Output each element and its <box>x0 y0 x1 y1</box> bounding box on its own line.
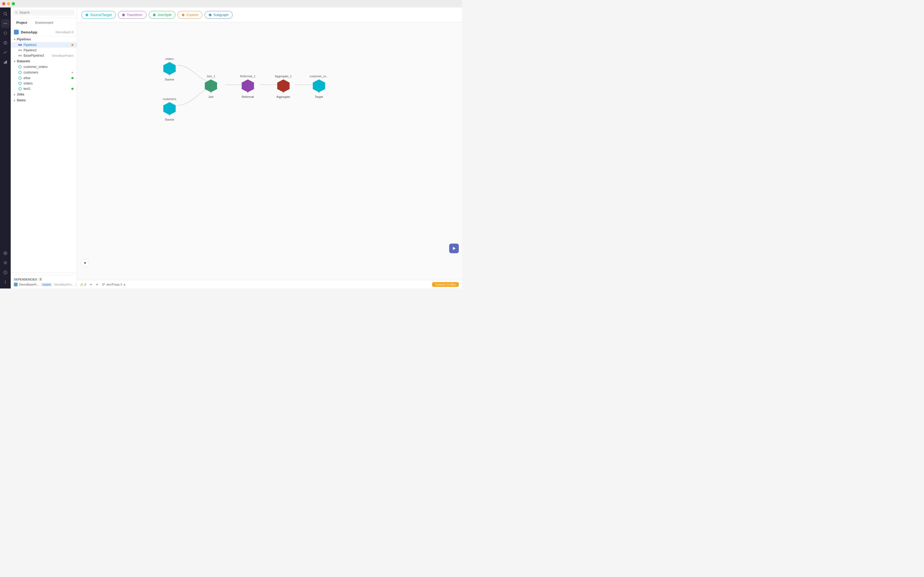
zoom-down-button[interactable]: ▾ <box>81 259 89 267</box>
svg-point-16 <box>5 281 6 282</box>
dataset-icon <box>18 82 22 85</box>
nav-add[interactable] <box>1 249 10 258</box>
test1-status-dot <box>71 88 74 90</box>
tree-item-customers[interactable]: customers + <box>11 69 77 76</box>
status-bar: 0 dev/Po <box>77 280 462 288</box>
source-code-indicator[interactable] <box>96 283 99 286</box>
pipeline-canvas[interactable]: orders 0 Source customers 0 Source <box>77 23 462 280</box>
nav-search[interactable] <box>1 10 10 18</box>
tree-item-pipeline1[interactable]: Pipeline1 <box>11 42 77 48</box>
svg-marker-36 <box>14 283 18 286</box>
add-dataset-button[interactable]: + <box>71 70 74 74</box>
nav-gems[interactable] <box>1 29 10 37</box>
branch-name: dev/Pooja <box>106 283 119 286</box>
sidebar-content: DemoApp DemoApp/2.0 ▾ Pipelines <box>11 26 77 273</box>
node-customers-count: 0 <box>169 113 170 116</box>
svg-rect-7 <box>4 62 5 64</box>
pipelines-header[interactable]: ▾ Pipelines <box>11 36 77 42</box>
svg-point-19 <box>15 11 17 13</box>
sidebar: Project Environment DemoApp DemoApp/2.0 … <box>11 8 77 288</box>
svg-marker-45 <box>163 62 175 75</box>
basepipeline3-label: BasePipeline3 <box>24 54 50 58</box>
orders-label: orders <box>24 82 74 85</box>
tree-item-test1[interactable]: test1 <box>11 86 77 92</box>
nav-pipeline[interactable] <box>1 19 10 28</box>
pipeline-icon <box>18 54 22 58</box>
nav-metrics[interactable] <box>1 48 10 57</box>
node-customers-source[interactable]: customers 0 Source <box>163 97 177 121</box>
filter-join-split[interactable]: Join/Split <box>149 11 175 19</box>
tree-item-pipeline2[interactable]: Pipeline2 <box>11 48 77 53</box>
minimize-dot[interactable] <box>7 2 10 5</box>
node-reformat-title: Reformat_1 <box>240 74 255 78</box>
commit-button[interactable]: Commit 12 files <box>432 282 459 287</box>
svg-rect-3 <box>6 23 7 24</box>
node-target-label: Target <box>315 95 323 98</box>
app-icon <box>14 30 19 34</box>
download-icon <box>123 283 126 286</box>
dependencies-label: DEPENDENCIES <box>14 278 37 281</box>
nav-history[interactable] <box>1 39 10 47</box>
branch-indicator[interactable]: dev/Pooja 0 <box>102 283 126 286</box>
node-aggregate-label: Aggregate <box>277 95 290 98</box>
node-reformat-label: Reformat <box>242 95 254 98</box>
chevron-right-icon: ▸ <box>14 99 15 102</box>
search-box[interactable] <box>13 10 75 16</box>
tab-environment[interactable]: Environment <box>32 19 57 26</box>
gems-header[interactable]: ▸ Gems <box>11 97 77 103</box>
datasets-header[interactable]: ▾ Datasets <box>11 58 77 64</box>
nav-settings[interactable] <box>1 259 10 267</box>
dataset-icon <box>18 76 22 80</box>
dataset-icon <box>18 87 22 91</box>
svg-rect-25 <box>18 50 20 51</box>
node-aggregate-count: 0 <box>283 91 284 93</box>
efew-label: efew <box>24 76 70 80</box>
svg-point-56 <box>104 284 105 284</box>
node-join-count: 0 <box>210 91 212 93</box>
filter-transform[interactable]: Transform <box>118 11 146 19</box>
svg-point-13 <box>5 262 6 264</box>
pipeline-icon <box>18 43 22 47</box>
play-button[interactable] <box>449 243 459 253</box>
node-target-count: 0 <box>318 91 320 93</box>
pipeline1-status-dot <box>71 44 74 46</box>
filter-custom[interactable]: Custom <box>177 11 203 19</box>
node-target[interactable]: customer_or... 0 Target <box>310 74 328 98</box>
tree-item-efew[interactable]: efew <box>11 76 77 81</box>
tree-item-customer-orders[interactable]: customer_orders <box>11 64 77 69</box>
filter-custom-label: Custom <box>186 13 198 17</box>
svg-rect-28 <box>18 55 20 56</box>
svg-point-31 <box>19 66 21 68</box>
update-dependency-button[interactable]: Update <box>41 283 52 286</box>
app-version: DemoApp/2.0 <box>56 31 74 34</box>
node-customers-title: customers <box>163 97 177 100</box>
tree-item-orders[interactable]: orders <box>11 81 77 86</box>
dependency-item[interactable]: DemoBasePr... Update DemoBasePro... › <box>14 283 74 286</box>
tab-project[interactable]: Project <box>13 19 31 26</box>
maximize-dot[interactable] <box>12 2 15 5</box>
nav-help[interactable]: ? <box>1 268 10 277</box>
tree-item-basepipeline3[interactable]: BasePipeline3 DemoBaseProject <box>11 53 77 58</box>
svg-marker-5 <box>4 32 7 35</box>
dependencies-header: DEPENDENCIES 1 <box>14 277 74 281</box>
node-join[interactable]: Join_1 0 Join <box>204 74 218 98</box>
close-dot[interactable] <box>2 2 5 5</box>
node-orders-count: 0 <box>169 73 170 76</box>
search-input[interactable] <box>19 11 72 15</box>
nav-more[interactable] <box>1 278 10 286</box>
node-orders-title: orders <box>165 57 174 60</box>
jobs-header[interactable]: ▸ Jobs <box>11 92 77 97</box>
datasets-label: Datasets <box>17 60 30 63</box>
filter-subgraph[interactable]: Subgraph <box>204 11 232 19</box>
icon-bar: ? <box>0 8 11 288</box>
toolbar: Source/Target Transform Join/Split Custo… <box>77 8 462 23</box>
node-orders-source[interactable]: orders 0 Source <box>163 57 177 81</box>
svg-point-17 <box>5 282 6 283</box>
node-reformat[interactable]: Reformat_1 0 Reformat <box>240 74 255 98</box>
filter-source-target[interactable]: Source/Target <box>81 11 116 19</box>
code-indicator[interactable] <box>89 283 92 286</box>
nav-deploy[interactable] <box>1 58 10 66</box>
code-icon <box>96 283 99 286</box>
node-aggregate[interactable]: Aggregate_1 0 Aggregate <box>275 74 292 98</box>
svg-point-39 <box>153 14 156 16</box>
